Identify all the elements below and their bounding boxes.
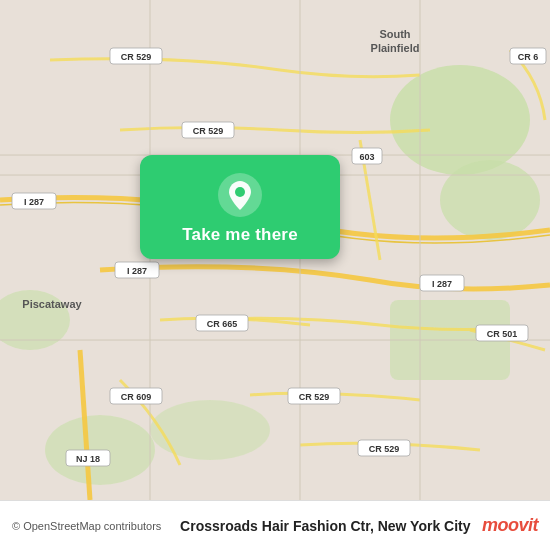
svg-text:I 287: I 287 [432,279,452,289]
svg-text:South: South [379,28,410,40]
svg-point-43 [235,187,245,197]
svg-text:CR 529: CR 529 [299,392,330,402]
location-name: Crossroads Hair Fashion Ctr, [180,518,374,534]
location-title: Crossroads Hair Fashion Ctr, New York Ci… [169,518,482,534]
svg-text:CR 609: CR 609 [121,392,152,402]
svg-text:I 287: I 287 [127,266,147,276]
svg-text:CR 665: CR 665 [207,319,238,329]
svg-text:I 287: I 287 [24,197,44,207]
bottom-bar: © OpenStreetMap contributors Crossroads … [0,500,550,550]
svg-text:Piscataway: Piscataway [22,298,82,310]
city-name: New York City [378,518,471,534]
svg-text:603: 603 [359,152,374,162]
osm-text: © OpenStreetMap contributors [12,520,161,532]
svg-text:CR 6: CR 6 [518,52,539,62]
osm-credit: © OpenStreetMap contributors [12,520,169,532]
moovit-label: moovit [482,515,538,535]
svg-text:CR 501: CR 501 [487,329,518,339]
take-me-there-label: Take me there [182,225,298,245]
location-pin-icon [218,173,262,217]
take-me-there-button[interactable]: Take me there [140,155,340,259]
svg-text:Plainfield: Plainfield [371,42,420,54]
svg-text:CR 529: CR 529 [193,126,224,136]
svg-point-2 [440,160,540,240]
moovit-logo: moovit [482,515,538,536]
svg-text:CR 529: CR 529 [369,444,400,454]
svg-text:NJ 18: NJ 18 [76,454,100,464]
svg-text:CR 529: CR 529 [121,52,152,62]
svg-point-1 [390,65,530,175]
map-container: CR 529 CR 529 I 287 I 287 I 287 603 CR 6… [0,0,550,500]
svg-point-6 [150,400,270,460]
